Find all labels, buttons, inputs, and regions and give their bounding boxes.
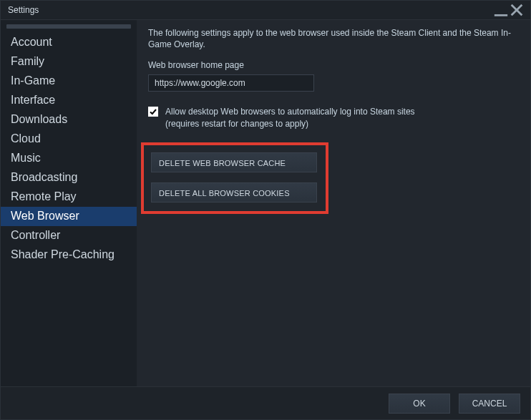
sidebar-header-strip [6, 24, 131, 29]
sidebar-item-downloads[interactable]: Downloads [1, 110, 137, 130]
delete-cache-button[interactable]: DELETE WEB BROWSER CACHE [151, 152, 317, 172]
cancel-button[interactable]: CANCEL [459, 394, 520, 414]
highlight-box: DELETE WEB BROWSER CACHE DELETE ALL BROW… [141, 142, 328, 214]
panel-description: The following settings apply to the web … [148, 27, 519, 50]
settings-window: Settings AccountFamilyIn-GameInterfaceDo… [0, 0, 531, 420]
homepage-input[interactable] [148, 74, 314, 92]
auto-login-checkbox[interactable] [148, 107, 158, 117]
delete-cookies-button[interactable]: DELETE ALL BROWSER COOKIES [151, 182, 317, 202]
ok-button[interactable]: OK [389, 394, 450, 414]
minimize-button[interactable] [493, 2, 509, 18]
sidebar-item-family[interactable]: Family [1, 52, 137, 72]
close-button[interactable] [509, 2, 525, 18]
titlebar: Settings [1, 1, 530, 19]
sidebar-item-remote-play[interactable]: Remote Play [1, 187, 137, 207]
minimize-icon [493, 2, 509, 18]
web-browser-panel: The following settings apply to the web … [137, 20, 530, 386]
auto-login-row: Allow desktop Web browsers to automatica… [148, 106, 519, 129]
sidebar-item-account[interactable]: Account [1, 33, 137, 52]
dialog-footer: OK CANCEL [1, 386, 530, 419]
auto-login-line2: (requires restart for changes to apply) [165, 118, 415, 130]
sidebar-item-controller[interactable]: Controller [1, 226, 137, 245]
sidebar-item-music[interactable]: Music [1, 149, 137, 168]
sidebar-item-web-browser[interactable]: Web Browser [1, 207, 137, 226]
sidebar-item-cloud[interactable]: Cloud [1, 130, 137, 149]
checkmark-icon [149, 107, 157, 116]
sidebar-item-in-game[interactable]: In-Game [1, 72, 137, 91]
sidebar-list: AccountFamilyIn-GameInterfaceDownloadsCl… [1, 33, 137, 386]
content-area: AccountFamilyIn-GameInterfaceDownloadsCl… [1, 19, 530, 386]
auto-login-label: Allow desktop Web browsers to automatica… [165, 106, 415, 129]
settings-sidebar: AccountFamilyIn-GameInterfaceDownloadsCl… [1, 20, 137, 386]
close-icon [509, 2, 525, 18]
window-title: Settings [8, 5, 39, 15]
sidebar-item-broadcasting[interactable]: Broadcasting [1, 168, 137, 187]
auto-login-line1: Allow desktop Web browsers to automatica… [165, 107, 415, 117]
sidebar-item-interface[interactable]: Interface [1, 91, 137, 110]
sidebar-item-shader-pre-caching[interactable]: Shader Pre-Caching [1, 245, 137, 265]
homepage-label: Web browser home page [148, 60, 519, 70]
